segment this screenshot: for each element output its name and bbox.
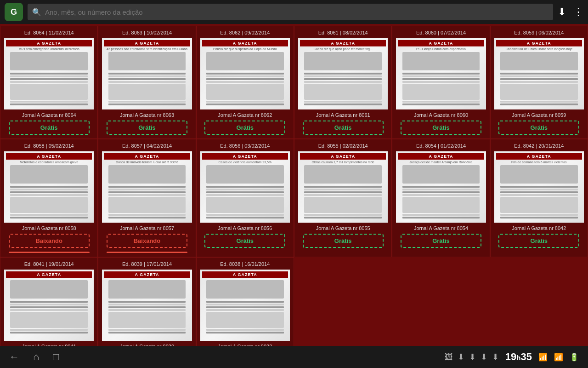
edition-name-8064: Jornal A Gazeta nr 8064	[22, 112, 76, 118]
edition-date-8054: Ed. 8054 | 01/02/2014	[396, 143, 486, 149]
edition-btn-8064[interactable]: Grátis	[9, 121, 90, 135]
download-icon[interactable]: ⬇	[558, 6, 566, 18]
search-icon: 🔍	[32, 8, 41, 17]
edition-cover-8064[interactable]: A GAZETA MRT tem emergência ambiental de…	[4, 38, 94, 109]
time-h-label: h	[516, 354, 520, 362]
edition-cover-8057[interactable]: A GAZETA Donos de imóveis tentam lucrar …	[102, 151, 192, 223]
edition-date-8064: Ed. 8064 | 11/02/2014	[4, 30, 94, 35]
edition-name-8061: Jornal A Gazeta nr 8061	[316, 112, 370, 118]
edition-date-8056: Ed. 8056 | 03/02/2014	[200, 143, 290, 149]
download-status-icon-1: ⬇	[458, 352, 464, 362]
edition-date-8058: Ed. 8058 | 05/02/2014	[4, 143, 94, 149]
top-bar: G 🔍 ⬇ ⋮	[0, 0, 588, 24]
search-input[interactable]	[45, 8, 548, 16]
edition-card-8059: Ed. 8059 | 06/02/2014 A GAZETA Candidatu…	[490, 26, 588, 139]
back-button[interactable]: ←	[9, 351, 19, 363]
edition-card-8056: Ed. 8056 | 03/02/2014 A GAZETA Casos de …	[196, 139, 294, 257]
edition-btn-8056[interactable]: Grátis	[204, 234, 285, 248]
edition-name-8062: Jornal A Gazeta nr 8062	[218, 112, 272, 118]
edition-date-8061: Ed. 8061 | 08/02/2014	[298, 30, 388, 35]
edition-date-8055: Ed. 8055 | 02/02/2014	[298, 143, 388, 149]
battery-icon: 🔋	[570, 353, 579, 362]
edition-cover-8041[interactable]: A GAZETA	[4, 270, 94, 341]
edition-btn-8063[interactable]: Grátis	[107, 121, 187, 135]
edition-card-8042: Ed. 8042 | 20/01/2014 A GAZETA Fim de se…	[490, 139, 588, 257]
wifi-icon: 📶	[554, 353, 563, 362]
edition-btn-8042[interactable]: Grátis	[498, 234, 579, 248]
app-logo: G	[5, 3, 23, 21]
edition-cover-8062[interactable]: A GAZETA Polícia diz que suspeitos da Co…	[200, 38, 290, 109]
edition-date-8042: Ed. 8042 | 20/01/2014	[494, 143, 584, 149]
recents-button[interactable]: □	[53, 351, 59, 363]
edition-card-8041: Ed. 8041 | 19/01/2014 A GAZETA Jornal A …	[0, 257, 98, 346]
edition-card-8058: Ed. 8058 | 05/02/2014 A GAZETA Motorista…	[0, 139, 98, 257]
edition-card-8061: Ed. 8061 | 08/02/2014 A GAZETA Gaeco diz…	[294, 26, 392, 139]
edition-date-8063: Ed. 8063 | 10/02/2014	[102, 30, 192, 35]
edition-cover-8060[interactable]: A GAZETA PSD lança Dalton com expectativ…	[396, 38, 486, 109]
edition-card-8054: Ed. 8054 | 01/02/2014 A GAZETA Justiça d…	[392, 139, 490, 257]
progress-bar	[107, 252, 187, 253]
edition-name-8054: Jornal A Gazeta nr 8054	[414, 225, 468, 231]
edition-btn-8054[interactable]: Grátis	[401, 234, 481, 248]
edition-date-8041: Ed. 8041 | 19/01/2014	[4, 261, 94, 267]
edition-date-8062: Ed. 8062 | 09/02/2014	[200, 30, 290, 35]
bottom-status: 🖼 ⬇ ⬇ ⬇ ⬇ 19h35 📶 📶 🔋	[445, 351, 579, 363]
edition-name-8057: Jornal A Gazeta nr 8057	[120, 225, 174, 231]
download-status-icon-3: ⬇	[481, 352, 487, 362]
edition-date-8060: Ed. 8060 | 07/02/2014	[396, 30, 486, 35]
bottom-bar: ← ⌂ □ 🖼 ⬇ ⬇ ⬇ ⬇ 19h35 📶 📶 🔋	[0, 346, 588, 368]
edition-btn-8057[interactable]: Baixando	[107, 234, 187, 248]
edition-btn-8055[interactable]: Grátis	[303, 234, 384, 248]
edition-date-8038: Ed. 8038 | 16/01/2014	[200, 261, 290, 267]
edition-card-8063: Ed. 8063 | 10/02/2014 A GAZETA 42 pessoa…	[98, 26, 196, 139]
download-status-icon-4: ⬇	[492, 352, 499, 362]
edition-name-8042: Jornal A Gazeta nr 8042	[512, 225, 566, 231]
edition-cover-8042[interactable]: A GAZETA Fim de semana tem 6 mortes viol…	[494, 151, 584, 223]
grid-row-3: Ed. 8041 | 19/01/2014 A GAZETA Jornal A …	[0, 257, 588, 346]
grid-row-2: Ed. 8058 | 05/02/2014 A GAZETA Motorista…	[0, 139, 588, 257]
edition-btn-8058[interactable]: Baixando	[9, 234, 90, 248]
bottom-nav: ← ⌂ □	[9, 351, 59, 363]
edition-cover-8055[interactable]: A GAZETA Obras causam 1,7 mil rompimento…	[298, 151, 388, 223]
edition-cover-8061[interactable]: A GAZETA Gaeco diz que ação pode ter mar…	[298, 38, 388, 109]
time-display: 19h35	[505, 351, 532, 363]
edition-cover-8059[interactable]: A GAZETA Candidatura de Chico Daltro ser…	[494, 38, 584, 109]
grid-row-1: Ed. 8064 | 11/02/2014 A GAZETA MRT tem e…	[0, 26, 588, 139]
edition-date-8039: Ed. 8039 | 17/01/2014	[102, 261, 192, 267]
edition-card-8038: Ed. 8038 | 16/01/2014 A GAZETA Jornal A …	[196, 257, 294, 346]
edition-card-8055: Ed. 8055 | 02/02/2014 A GAZETA Obras cau…	[294, 139, 392, 257]
edition-btn-8059[interactable]: Grátis	[498, 121, 579, 135]
gallery-icon: 🖼	[445, 352, 453, 362]
home-button[interactable]: ⌂	[33, 351, 39, 363]
time-minutes: 35	[521, 351, 532, 362]
edition-btn-8062[interactable]: Grátis	[204, 121, 285, 135]
edition-cover-8063[interactable]: A GAZETA 42 pessoas são enterradas sem i…	[102, 38, 192, 109]
edition-card-8062: Ed. 8062 | 09/02/2014 A GAZETA Polícia d…	[196, 26, 294, 139]
top-bar-actions: ⬇ ⋮	[558, 6, 583, 18]
edition-card-8039: Ed. 8039 | 17/01/2014 A GAZETA Jornal A …	[98, 257, 196, 346]
edition-btn-8061[interactable]: Grátis	[303, 121, 384, 135]
edition-cover-8056[interactable]: A GAZETA Casos de violência aumentam 23,…	[200, 151, 290, 223]
edition-name-8055: Jornal A Gazeta nr 8055	[316, 225, 370, 231]
more-options-icon[interactable]: ⋮	[573, 6, 583, 18]
progress-bar	[9, 252, 90, 253]
download-status-icon-2: ⬇	[469, 352, 476, 362]
edition-name-8059: Jornal A Gazeta nr 8059	[512, 112, 566, 118]
edition-cover-8039[interactable]: A GAZETA	[102, 270, 192, 341]
edition-name-8063: Jornal A Gazeta nr 8063	[120, 112, 174, 118]
svg-text:G: G	[11, 7, 17, 17]
search-bar[interactable]: 🔍	[28, 4, 553, 20]
edition-name-8060: Jornal A Gazeta nr 8060	[414, 112, 468, 118]
edition-btn-8060[interactable]: Grátis	[401, 121, 481, 135]
time-hours: 19	[505, 351, 516, 362]
edition-cover-8038[interactable]: A GAZETA	[200, 270, 290, 341]
status-icons: 🖼 ⬇ ⬇ ⬇ ⬇	[445, 352, 499, 362]
bluetooth-icon: 📶	[538, 353, 548, 362]
edition-cover-8058[interactable]: A GAZETA Motoristas e cobradores ameaçam…	[4, 151, 94, 223]
edition-card-8060: Ed. 8060 | 07/02/2014 A GAZETA PSD lança…	[392, 26, 490, 139]
edition-name-8058: Jornal A Gazeta nr 8058	[22, 225, 76, 231]
edition-name-8056: Jornal A Gazeta nr 8056	[218, 225, 272, 231]
grid-container: Ed. 8064 | 11/02/2014 A GAZETA MRT tem e…	[0, 24, 588, 346]
edition-date-8059: Ed. 8059 | 06/02/2014	[494, 30, 584, 35]
edition-cover-8054[interactable]: A GAZETA Justiça decide manter Arcanjo e…	[396, 151, 486, 223]
